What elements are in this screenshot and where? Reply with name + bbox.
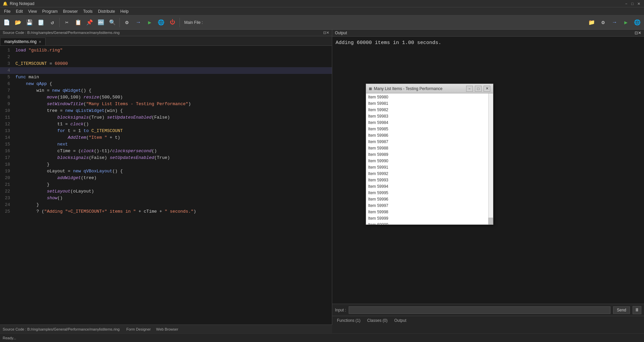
menu-file[interactable]: File [1,8,13,14]
list-widget[interactable]: Item 59980 Item 59981 Item 59982 Item 59… [366,93,493,224]
settings-button[interactable]: ⚙️ [121,17,132,28]
output-bottom-tabs: Functions (1) Classes (0) Output [332,316,644,325]
tab-label: manylistitems.ring [4,39,37,44]
list-item[interactable]: Item 59997 [367,203,492,209]
code-line-16: 16 cTime = (clock()-t1)/clockspersecond(… [0,148,332,155]
code-line-19: 19 oLayout = new qVBoxLayout() { [0,168,332,175]
minimize-button[interactable]: − [625,2,629,6]
power-button[interactable]: ⏻ [167,17,178,28]
floating-window-icon: ▦ [369,87,372,90]
list-item[interactable]: Item 59981 [367,100,492,107]
tab-output[interactable]: Output [392,317,408,324]
bottom-bar-container: Source Code : B:/ring/samples/General/Pe… [0,325,644,333]
tab-close-button[interactable]: ✕ [39,40,41,44]
refresh-button[interactable]: ↺ [47,17,58,28]
tab-functions[interactable]: Functions (1) [335,317,362,324]
code-line-12: 12 t1 = clock() [0,121,332,128]
save-as-button[interactable]: 🗒️ [36,17,46,28]
replace-button[interactable]: 🔍 [107,17,118,28]
list-scroll-thumb[interactable] [488,218,493,224]
list-item[interactable]: Item 59982 [367,107,492,113]
tabs-bar: manylistitems.ring ✕ [0,36,332,46]
input-field[interactable] [349,306,610,314]
code-line-8: 8 move(100,100) resize(500,500) [0,94,332,101]
list-item[interactable]: Item 59994 [367,183,492,190]
send-button[interactable]: Send [613,306,630,314]
code-line-18: 18 } [0,161,332,168]
close-button[interactable]: ✕ [637,2,641,6]
list-item[interactable]: Item 59990 [367,158,492,164]
list-item[interactable]: Item 59998 [367,209,492,215]
menu-help[interactable]: Help [118,8,132,14]
list-item[interactable]: Item 59999 [367,215,492,222]
list-item[interactable]: Item 59992 [367,171,492,177]
run-button[interactable]: ▶ [144,17,155,28]
left-source-path-bar: Source Code : B:/ring/samples/General/Pe… [0,325,332,333]
new-file-button[interactable]: 📄 [1,17,12,28]
toolbar: 📄 📂 💾 🗒️ ↺ ✂️ 📋 📌 🔤 🔍 ⚙️ → ▶ 🌐 ⏻ Main Fi… [0,15,644,30]
list-item[interactable]: Item 59986 [367,132,492,139]
run-button-right[interactable]: → [609,17,620,28]
form-designer-tab[interactable]: Form Designer [126,327,151,331]
code-line-17: 17 blocksignals(False) setUpdatesEnabled… [0,155,332,161]
web-browser-tab[interactable]: Web Browser [156,327,178,331]
list-item[interactable]: Item 59993 [367,177,492,183]
paste-button[interactable]: 📌 [84,17,95,28]
list-scrollbar[interactable] [488,93,493,224]
titlebar: 🔔 Ring Notepad − □ ✕ [0,0,644,7]
menu-edit[interactable]: Edit [13,8,26,14]
code-line-7: 7 win = new qWidget() { [0,87,332,94]
code-line-1: 1 load "guilib.ring" [0,47,332,54]
settings-button-right[interactable]: ⚙️ [598,17,608,28]
list-item[interactable]: Item 59984 [367,120,492,126]
list-item[interactable]: Item 59985 [367,126,492,132]
list-item[interactable]: Item 59980 [367,94,492,100]
list-item[interactable]: Item 59989 [367,152,492,158]
find-button[interactable]: 🔤 [96,17,106,28]
list-item[interactable]: Item 59991 [367,164,492,171]
floating-close-button[interactable]: ✕ [484,86,490,92]
floating-maximize-button[interactable]: □ [475,86,482,92]
menu-distribute[interactable]: Distribute [95,8,118,14]
pause-button[interactable]: ⏸ [633,306,641,314]
floating-titlebar: ▦ Many List Items - Testing Performance … [366,84,493,93]
list-item[interactable]: Item 59983 [367,113,492,120]
floating-minimize-button[interactable]: − [466,86,473,92]
list-item[interactable]: Item 59995 [367,190,492,196]
forward-button[interactable]: → [133,17,144,28]
list-item[interactable]: Item 59996 [367,196,492,203]
play-button-right[interactable]: ▶ [621,17,631,28]
output-text: Adding 60000 items in 1.00 seconds. [336,40,641,46]
floating-window[interactable]: ▦ Many List Items - Testing Performance … [366,84,493,225]
cut-button[interactable]: ✂️ [61,17,72,28]
network-button[interactable]: 🌐 [156,17,166,28]
open-file-button[interactable]: 📂 [13,17,23,28]
left-source-path-text: Source Code : B:/ring/samples/General/Pe… [3,327,119,331]
code-line-25: 25 ? ("Adding "+C_ITEMSCOUNT+" items in … [0,208,332,215]
menu-browser[interactable]: Browser [60,8,81,14]
copy-button[interactable]: 📋 [73,17,84,28]
save-file-button[interactable]: 💾 [24,17,35,28]
toolbar-separator-3 [180,18,180,27]
code-line-4: 4 [0,67,332,74]
code-line-20: 20 addWidget(tree) [0,175,332,181]
output-header-icons: ⊡✕ [635,31,641,35]
list-item[interactable]: Item 60000 [367,222,492,224]
source-path-header: Source Code : B:/ring/samples/General/Pe… [0,30,332,36]
tab-manylistitems[interactable]: manylistitems.ring ✕ [0,38,46,45]
globe-button-right[interactable]: 🌐 [632,17,643,28]
app-title: Ring Notepad [10,1,625,6]
maximize-button[interactable]: □ [631,2,635,6]
output-content: Adding 60000 items in 1.00 seconds. ▦ Ma… [332,37,644,304]
folder-button-right[interactable]: 📁 [586,17,597,28]
menu-tools[interactable]: Tools [81,8,95,14]
menu-view[interactable]: View [26,8,40,14]
code-editor[interactable]: 1 load "guilib.ring" 2 3 C_ITEMSCOUNT = … [0,46,332,325]
tab-classes[interactable]: Classes (0) [365,317,390,324]
menu-program[interactable]: Program [40,8,60,14]
list-item[interactable]: Item 59988 [367,145,492,152]
code-line-11: 11 blocksignals(True) setUpdatesEnabled(… [0,114,332,121]
code-line-10: 10 tree = new qListWidget(win) { [0,108,332,114]
code-line-5: 5 func main [0,74,332,81]
list-item[interactable]: Item 59987 [367,139,492,145]
